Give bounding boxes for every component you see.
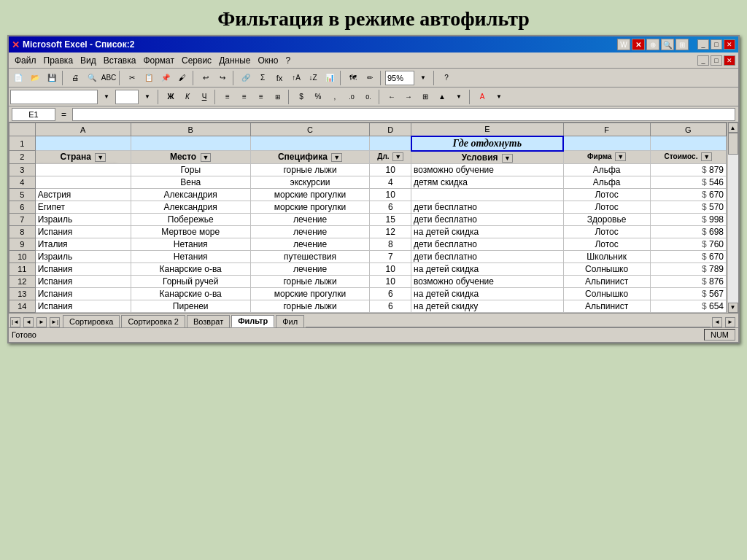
cell-F14[interactable]: Альпинист bbox=[563, 300, 650, 312]
cell-C6[interactable]: морские прогулки bbox=[250, 201, 370, 213]
vertical-scrollbar[interactable]: ▲ ▼ bbox=[727, 122, 738, 313]
cell-G9[interactable]: $ 760 bbox=[650, 238, 726, 250]
border-button[interactable]: ⊞ bbox=[417, 89, 433, 105]
cell-D2[interactable]: Дл. ▼ bbox=[370, 151, 411, 164]
cell-E11[interactable]: на детей скидка bbox=[411, 262, 564, 275]
cell-D13[interactable]: 6 bbox=[370, 287, 411, 300]
minimize-button[interactable]: _ bbox=[697, 39, 709, 50]
zoom-dropdown[interactable]: ▼ bbox=[415, 70, 431, 86]
filter-btn-D[interactable]: ▼ bbox=[392, 152, 403, 161]
help-button[interactable]: ? bbox=[438, 70, 454, 86]
hscroll-left[interactable]: ◄ bbox=[712, 317, 722, 327]
cell-E1[interactable]: Где отдохнуть bbox=[411, 136, 564, 151]
cell-B11[interactable]: Канарские о-ва bbox=[131, 262, 250, 275]
cell-C11[interactable]: лечение bbox=[250, 262, 370, 275]
cell-C3[interactable]: горные лыжи bbox=[250, 163, 370, 176]
cell-B10[interactable]: Нетания bbox=[131, 250, 250, 262]
cell-F2[interactable]: Фирма ▼ bbox=[563, 151, 650, 164]
cell-E3[interactable]: возможно обучение bbox=[411, 163, 564, 176]
col-header-E[interactable]: E bbox=[411, 123, 564, 136]
merge-button[interactable]: ⊞ bbox=[270, 89, 286, 105]
cell-C9[interactable]: лечение bbox=[250, 238, 370, 250]
sort-asc-button[interactable]: ↑A bbox=[288, 70, 304, 86]
cell-B4[interactable]: Вена bbox=[131, 176, 250, 188]
preview-button[interactable]: 🔍 bbox=[84, 70, 100, 86]
cell-G12[interactable]: $ 876 bbox=[650, 275, 726, 287]
undo-button[interactable]: ↩ bbox=[198, 70, 214, 86]
app-close-button[interactable]: ✕ bbox=[724, 55, 735, 66]
cell-D11[interactable]: 10 bbox=[370, 262, 411, 275]
tab-sort2[interactable]: Сортировка 2 bbox=[121, 315, 185, 327]
cell-B8[interactable]: Мертвое море bbox=[131, 225, 250, 238]
fill-color-btn[interactable]: ▲ bbox=[434, 89, 450, 105]
size-dropdown[interactable]: ▼ bbox=[139, 89, 155, 105]
paste-button[interactable]: 📌 bbox=[158, 70, 174, 86]
col-header-D[interactable]: D bbox=[370, 123, 411, 136]
cell-A1[interactable] bbox=[35, 136, 131, 151]
cell-D4[interactable]: 4 bbox=[370, 176, 411, 188]
cell-G1[interactable] bbox=[650, 136, 726, 151]
cell-F11[interactable]: Солнышко bbox=[563, 262, 650, 275]
cell-E7[interactable]: дети бесплатно bbox=[411, 213, 564, 225]
cell-G13[interactable]: $ 567 bbox=[650, 287, 726, 300]
font-color-btn[interactable]: A bbox=[474, 89, 490, 105]
cell-D1[interactable] bbox=[370, 136, 411, 151]
chart-button[interactable]: 📊 bbox=[322, 70, 338, 86]
cell-D14[interactable]: 6 bbox=[370, 300, 411, 312]
cell-G14[interactable]: $ 654 bbox=[650, 300, 726, 312]
filter-btn-F[interactable]: ▼ bbox=[615, 152, 626, 161]
scroll-thumb[interactable] bbox=[728, 133, 738, 155]
cell-B14[interactable]: Пиренеи bbox=[131, 300, 250, 312]
cell-B3[interactable]: Горы bbox=[131, 163, 250, 176]
font-color-drop[interactable]: ▼ bbox=[491, 89, 507, 105]
align-right-button[interactable]: ≡ bbox=[253, 89, 269, 105]
cell-E5[interactable] bbox=[411, 188, 564, 201]
font-name-input[interactable]: Times New Roman bbox=[10, 90, 98, 104]
map-button[interactable]: 🗺 bbox=[345, 70, 361, 86]
filter-btn-A[interactable]: ▼ bbox=[95, 153, 106, 162]
cell-C1[interactable] bbox=[250, 136, 370, 151]
redo-button[interactable]: ↪ bbox=[214, 70, 231, 86]
new-button[interactable]: 📄 bbox=[10, 70, 26, 86]
cell-F3[interactable]: Альфа bbox=[563, 163, 650, 176]
open-button[interactable]: 📂 bbox=[27, 70, 43, 86]
cell-C10[interactable]: путешествия bbox=[250, 250, 370, 262]
cell-A6[interactable]: Египет bbox=[35, 201, 131, 213]
cell-F10[interactable]: Школьник bbox=[563, 250, 650, 262]
filter-btn-G[interactable]: ▼ bbox=[701, 152, 712, 161]
cell-G11[interactable]: $ 789 bbox=[650, 262, 726, 275]
cell-D10[interactable]: 7 bbox=[370, 250, 411, 262]
cell-D3[interactable]: 10 bbox=[370, 163, 411, 176]
cell-B1[interactable] bbox=[131, 136, 250, 151]
cell-D8[interactable]: 12 bbox=[370, 225, 411, 238]
filter-btn-B[interactable]: ▼ bbox=[201, 153, 212, 162]
cell-C14[interactable]: горные лыжи bbox=[250, 300, 370, 312]
cell-C4[interactable]: экскурсии bbox=[250, 176, 370, 188]
cell-D9[interactable]: 8 bbox=[370, 238, 411, 250]
increase-decimal[interactable]: .0 bbox=[344, 89, 360, 105]
cell-B9[interactable]: Нетания bbox=[131, 238, 250, 250]
cell-E4[interactable]: детям скидка bbox=[411, 176, 564, 188]
cell-G8[interactable]: $ 698 bbox=[650, 225, 726, 238]
cell-E6[interactable]: дети бесплатно bbox=[411, 201, 564, 213]
menu-item-window[interactable]: Окно bbox=[255, 55, 281, 66]
font-dropdown[interactable]: ▼ bbox=[98, 89, 115, 105]
cell-D6[interactable]: 6 bbox=[370, 201, 411, 213]
hscroll-right[interactable]: ► bbox=[725, 317, 735, 327]
save-button[interactable]: 💾 bbox=[44, 70, 60, 86]
zoom-input[interactable] bbox=[385, 71, 414, 85]
cell-F12[interactable]: Альпинист bbox=[563, 275, 650, 287]
cell-A10[interactable]: Израиль bbox=[35, 250, 131, 262]
menu-item-format[interactable]: Формат bbox=[140, 55, 177, 66]
cell-G6[interactable]: $ 570 bbox=[650, 201, 726, 213]
cell-F8[interactable]: Лотос bbox=[563, 225, 650, 238]
restore-button[interactable]: □ bbox=[711, 39, 722, 50]
cell-C7[interactable]: лечение bbox=[250, 213, 370, 225]
country-dropdown[interactable]: (Все) (Первые 10...) (Условие...) Австри… bbox=[36, 163, 116, 164]
italic-button[interactable]: К bbox=[179, 89, 196, 105]
menu-item-edit[interactable]: Правка bbox=[41, 55, 77, 66]
cell-G5[interactable]: $ 670 bbox=[650, 188, 726, 201]
cell-A9[interactable]: Италия bbox=[35, 238, 131, 250]
cell-A3[interactable] bbox=[35, 163, 131, 176]
scroll-down-button[interactable]: ▼ bbox=[728, 303, 738, 313]
